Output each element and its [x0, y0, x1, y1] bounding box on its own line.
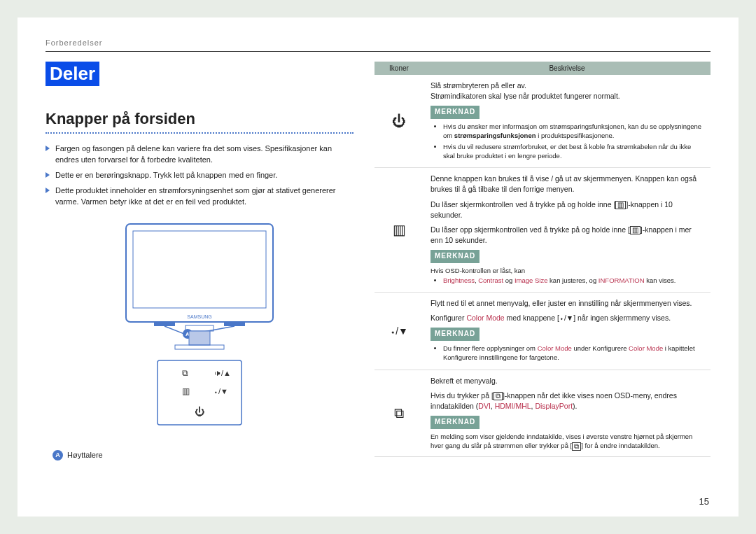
source-glyph: ⧉ [493, 392, 503, 400]
row-power: ⏻ Slå strømbryteren på eller av. Strømin… [374, 75, 710, 168]
t: Du låser opp skjermkontrollen ved å tryk… [430, 225, 630, 234]
t: kan vises. [645, 276, 676, 284]
note-list: Brightness, Contrast og Image Size kan j… [430, 276, 704, 285]
main-columns: Deler Knapper på forsiden Fargen og faso… [46, 62, 710, 461]
monitor-illustration: SAMSUNG A ⧉ 🕩/▲ ▥ [108, 220, 290, 437]
row-nav-desc: Flytt ned til et annet menyvalg, eller j… [424, 293, 710, 370]
text: Du låser skjermkontrollen ved å trykke p… [430, 199, 704, 220]
text: Flytt ned til et annet menyvalg, eller j… [430, 298, 704, 309]
note-label: MERKNAD [430, 106, 479, 119]
text: Strømindikatoren skal lyse når produktet… [430, 91, 704, 101]
t: Color Mode [538, 344, 572, 352]
t: strømsparingsfunksjonen [454, 132, 536, 139]
nav-glyph: ⬩/▼ [559, 314, 573, 322]
icon-description-table: Ikoner Beskrivelse ⏻ Slå strømbryteren p… [374, 62, 710, 457]
row-menu-desc: Denne knappen kan brukes til å vise / gå… [424, 168, 710, 293]
t: Color Mode [629, 344, 663, 352]
t: Du låser skjermkontrollen ved å trykke p… [430, 200, 615, 209]
note-item: Du finner flere opplysninger om Color Mo… [443, 344, 704, 363]
left-column: Deler Knapper på forsiden Fargen og faso… [46, 62, 354, 461]
intro-bullets: Fargen og fasongen på delene kan variere… [46, 143, 354, 208]
th-desc: Beskrivelse [424, 62, 710, 75]
source-glyph: ⧉ [572, 442, 581, 451]
t: INFORMATION [598, 276, 645, 284]
svg-line-5 [164, 326, 184, 334]
note-label: MERKNAD [430, 416, 479, 429]
svg-text:⏻: ⏻ [195, 406, 204, 417]
t: Konfigurer [430, 314, 466, 322]
source-icon: ⧉ [374, 370, 424, 457]
svg-text:▥: ▥ [182, 386, 190, 396]
text: Slå strømbryteren på eller av. [430, 80, 704, 91]
text: Bekreft et menyvalg. [430, 376, 704, 386]
intro-bullet: Fargen og fasongen på delene kan variere… [46, 143, 354, 166]
t: Color Mode [466, 314, 504, 322]
t: Image Size [514, 276, 548, 284]
t: i produktspesifikasjonene. [536, 132, 615, 139]
t: HDMI/MHL [495, 402, 531, 410]
note-label: MERKNAD [430, 328, 479, 341]
row-source: ⧉ Bekreft et menyvalg. Hvis du trykker p… [374, 370, 710, 457]
breadcrumb-header: Forberedelser [46, 38, 710, 52]
note-small: En melding som viser gjeldende inndataki… [430, 432, 704, 451]
svg-rect-10 [189, 331, 210, 345]
note-list: Du finner flere opplysninger om Color Mo… [430, 344, 704, 363]
legend-text: Høyttalere [67, 451, 103, 459]
note-label: MERKNAD [430, 250, 479, 263]
right-column: Ikoner Beskrivelse ⏻ Slå strømbryteren p… [374, 62, 710, 461]
svg-text:🕩/▲: 🕩/▲ [214, 369, 231, 377]
t: ). [573, 402, 577, 410]
note-item: Hvis du ønsker mer informasjon om strøms… [443, 122, 704, 141]
subsection-title: Knapper på forsiden [46, 110, 354, 134]
text: Konfigurer Color Mode med knappene [⬩/▼]… [430, 313, 704, 323]
note-item: Hvis du vil redusere strømforbruket, er … [443, 142, 704, 161]
row-nav: ⬩/▼ Flytt ned til et annet menyvalg, ell… [374, 293, 710, 370]
row-source-desc: Bekreft et menyvalg. Hvis du trykker på … [424, 370, 710, 457]
t: Contrast [478, 276, 503, 284]
t: og [503, 276, 514, 284]
t: ] når ingen skjermmeny vises. [573, 314, 671, 322]
menu-glyph: ▥ [630, 226, 640, 234]
legend-row: A Høyttalere [52, 450, 354, 461]
svg-rect-4 [224, 322, 245, 326]
row-power-desc: Slå strømbryteren på eller av. Strømindi… [424, 75, 710, 168]
power-icon: ⏻ [374, 75, 424, 168]
note-item: Brightness, Contrast og Image Size kan j… [443, 276, 704, 285]
t: med knappene [ [505, 314, 559, 322]
svg-rect-0 [126, 224, 273, 322]
note-small: Hvis OSD-kontrollen er låst, kan [430, 266, 704, 276]
svg-text:⧉: ⧉ [182, 368, 188, 378]
text: Denne knappen kan brukes til å vise / gå… [430, 174, 704, 195]
section-badge: Deler [46, 62, 99, 86]
row-menu: ▥ Denne knappen kan brukes til å vise / … [374, 168, 710, 293]
svg-rect-3 [154, 322, 175, 326]
t: kan justeres, og [547, 276, 598, 284]
t: Brightness [443, 276, 475, 284]
nav-icon: ⬩/▼ [374, 293, 424, 370]
menu-glyph: ▥ [615, 201, 626, 209]
menu-icon: ▥ [374, 168, 424, 293]
note-list: Hvis du ønsker mer informasjon om strøms… [430, 122, 704, 160]
intro-bullet: Dette produktet inneholder en strømforsy… [46, 185, 354, 208]
svg-text:⬩/▼: ⬩/▼ [214, 387, 228, 395]
page: Forberedelser Deler Knapper på forsiden … [18, 17, 738, 517]
svg-rect-11 [175, 345, 224, 349]
text: Du låser opp skjermkontrollen ved å tryk… [430, 225, 704, 246]
product-diagram: SAMSUNG A ⧉ 🕩/▲ ▥ [46, 220, 354, 461]
t: ] for å endre inndatakilden. [581, 442, 660, 449]
text: Hvis du trykker på [⧉]-knappen når det i… [430, 391, 704, 412]
t: Du finner flere opplysninger om [443, 344, 538, 352]
t: under Konfigurere [572, 344, 629, 352]
t: DisplayPort [535, 402, 573, 410]
t: DVI [478, 402, 491, 410]
legend-marker: A [52, 450, 63, 461]
t: Hvis du trykker på [ [430, 391, 493, 400]
th-icons: Ikoner [374, 62, 424, 75]
page-number: 15 [699, 496, 709, 507]
intro-bullet: Dette er en berøringsknapp. Trykk lett p… [46, 170, 354, 181]
svg-text:SAMSUNG: SAMSUNG [187, 314, 211, 319]
svg-rect-1 [133, 231, 266, 308]
